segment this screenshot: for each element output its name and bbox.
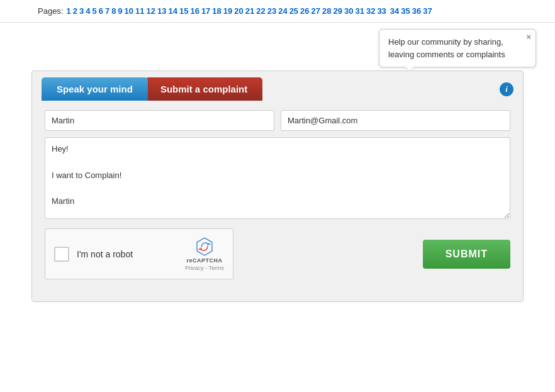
page-link-32[interactable]: 32 — [366, 6, 375, 16]
page-link-36[interactable]: 36 — [412, 6, 421, 16]
page-link-16[interactable]: 16 — [190, 6, 199, 16]
tooltip-text: Help our community by sharing, leaving c… — [388, 37, 505, 59]
page-link-26[interactable]: 26 — [300, 6, 309, 16]
page-link-27[interactable]: 27 — [311, 6, 320, 16]
captcha-widget: I'm not a robot reCAPTCHA Privacy - Term… — [45, 228, 233, 279]
page-link-19[interactable]: 19 — [223, 6, 232, 16]
tooltip-bubble: × Help our community by sharing, leaving… — [379, 29, 536, 67]
captcha-privacy-link[interactable]: Privacy — [185, 265, 204, 271]
tooltip-area: × Help our community by sharing, leaving… — [0, 29, 555, 67]
page-link-4[interactable]: 4 — [86, 6, 90, 16]
page-link-1[interactable]: 1 — [66, 6, 70, 16]
page-link-3[interactable]: 3 — [79, 6, 84, 16]
pagination: Pages: 1 2 3 4 5 6 7 8 9 10 11 12 13 14 … — [38, 6, 517, 16]
page-link-33[interactable]: 33 — [377, 6, 386, 16]
tooltip-close-button[interactable]: × — [526, 33, 531, 41]
page-link-34[interactable]: 34 — [390, 6, 399, 16]
page-link-30[interactable]: 30 — [344, 6, 353, 16]
submit-complaint-tab[interactable]: Submit a complaint — [145, 77, 262, 101]
page-link-13[interactable]: 13 — [157, 6, 166, 16]
captcha-logo: reCAPTCHA Privacy - Terms — [185, 237, 224, 271]
page-link-28[interactable]: 28 — [322, 6, 331, 16]
page-link-21[interactable]: 21 — [245, 6, 254, 16]
page-link-25[interactable]: 25 — [289, 6, 298, 16]
page-link-18[interactable]: 18 — [212, 6, 221, 16]
recaptcha-brand-text: reCAPTCHA — [187, 257, 223, 264]
form-area: I'm not a robot reCAPTCHA Privacy - Term… — [32, 101, 523, 289]
form-bottom-row: I'm not a robot reCAPTCHA Privacy - Term… — [45, 228, 510, 279]
captcha-checkbox[interactable] — [54, 247, 69, 262]
name-email-row — [45, 110, 510, 131]
page-link-7[interactable]: 7 — [105, 6, 109, 16]
page-link-20[interactable]: 20 — [234, 6, 243, 16]
page-link-12[interactable]: 12 — [147, 6, 155, 16]
page-link-14[interactable]: 14 — [168, 6, 177, 16]
page-link-11[interactable]: 11 — [135, 6, 144, 16]
captcha-terms-link[interactable]: Terms — [209, 265, 225, 271]
email-input[interactable] — [281, 110, 510, 131]
message-textarea[interactable] — [45, 137, 510, 219]
page-link-37[interactable]: 37 — [423, 6, 432, 16]
page-link-5[interactable]: 5 — [92, 6, 96, 16]
recaptcha-icon — [194, 237, 215, 257]
page-link-15[interactable]: 15 — [179, 6, 188, 16]
submit-button[interactable]: SUBMIT — [423, 240, 510, 269]
page-link-31[interactable]: 31 — [355, 6, 364, 16]
pages-label: Pages: — [38, 6, 63, 16]
page-link-24[interactable]: 24 — [278, 6, 287, 16]
name-input[interactable] — [45, 110, 274, 131]
page-link-2[interactable]: 2 — [73, 6, 77, 16]
page-link-22[interactable]: 22 — [256, 6, 265, 16]
speak-your-mind-tab[interactable]: Speak your mind — [42, 77, 148, 101]
page-link-23[interactable]: 23 — [267, 6, 276, 16]
page-link-17[interactable]: 17 — [201, 6, 210, 16]
page-link-29[interactable]: 29 — [334, 6, 342, 16]
page-link-35[interactable]: 35 — [401, 6, 410, 16]
main-form-container: Speak your mind Submit a complaint i I'm… — [31, 70, 524, 302]
captcha-links: Privacy - Terms — [185, 265, 224, 271]
tabs-row: Speak your mind Submit a complaint i — [32, 71, 523, 101]
captcha-label: I'm not a robot — [77, 249, 177, 259]
page-link-10[interactable]: 10 — [125, 6, 133, 16]
info-icon[interactable]: i — [500, 82, 513, 96]
page-link-8[interactable]: 8 — [111, 6, 116, 16]
page-link-9[interactable]: 9 — [118, 6, 122, 16]
page-link-6[interactable]: 6 — [99, 6, 103, 16]
